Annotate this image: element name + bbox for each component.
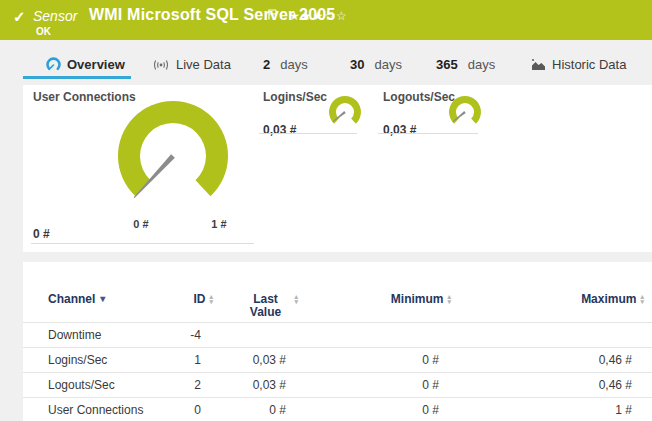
status-ok-check-icon: ✓: [13, 8, 26, 26]
divider: [378, 133, 478, 134]
tab-live-data[interactable]: Live Data: [152, 57, 231, 72]
cell-last-value: 0,03 #: [213, 378, 298, 392]
tab-overview-label: Overview: [67, 57, 125, 72]
table-row-user-connections[interactable]: User Connections 0 0 # 0 # 1 #: [23, 398, 652, 421]
column-header-last-value-label: Last Value: [240, 293, 290, 319]
channel-table-header: Channel ▾ ID ▴▾ Last Value ▴▾ Minimum ▴▾…: [23, 286, 652, 323]
column-header-channel-label: Channel: [48, 293, 95, 306]
table-row-downtime[interactable]: Downtime -4: [23, 323, 652, 348]
column-header-maximum-label: Maximum: [581, 293, 636, 306]
tab-365-days-number: 365: [436, 57, 458, 72]
cell-id: 0: [173, 403, 213, 417]
column-header-minimum[interactable]: Minimum ▴▾: [298, 286, 451, 322]
cell-minimum: 0 #: [298, 403, 451, 417]
primary-gauge-value: 0 #: [33, 227, 50, 241]
tab-historic-data[interactable]: Historic Data: [531, 57, 626, 72]
cell-minimum: 0 #: [298, 353, 451, 367]
tab-live-data-label: Live Data: [176, 57, 231, 72]
tab-2-days-unit: days: [280, 57, 307, 72]
primary-gauge-min-label: 0 #: [126, 218, 156, 230]
tab-365-days-unit: days: [468, 57, 495, 72]
stars-empty: ☆☆: [324, 9, 348, 23]
column-header-id[interactable]: ID ▴▾: [173, 286, 213, 322]
sensor-status-text: OK: [36, 26, 51, 37]
prtg-sensor-overview-page: { "header": { "check": "✓", "kind": "Sen…: [0, 0, 652, 421]
sensor-kind-label: Sensor: [33, 8, 77, 24]
column-header-minimum-label: Minimum: [391, 293, 444, 306]
column-header-last-value[interactable]: Last Value ▴▾: [213, 286, 298, 322]
sort-desc-icon: ▾: [100, 293, 105, 305]
column-header-channel[interactable]: Channel ▾: [48, 286, 173, 322]
cell-channel: Logouts/Sec: [48, 378, 173, 392]
cell-maximum: 0,46 #: [451, 378, 644, 392]
user-connections-gauge: [113, 96, 233, 216]
tab-2-days[interactable]: 2 days: [263, 57, 308, 72]
cell-channel: Logins/Sec: [48, 353, 173, 367]
sort-icon: ▴▾: [640, 294, 644, 304]
tab-30-days-number: 30: [350, 57, 364, 72]
column-header-id-label: ID: [193, 293, 205, 306]
stars-filled: ★★★: [289, 9, 324, 23]
column-header-maximum[interactable]: Maximum ▴▾: [451, 286, 644, 322]
table-row-logins-sec[interactable]: Logins/Sec 1 0,03 # 0 # 0,46 #: [23, 348, 652, 373]
tab-2-days-number: 2: [263, 57, 270, 72]
broadcast-icon: [152, 59, 170, 71]
logins-gauge-value: 0,03 #: [263, 123, 296, 137]
cell-maximum: 0,46 #: [451, 353, 644, 367]
tab-bar: Overview Live Data 2 days 30 days 365 da…: [0, 45, 652, 85]
cell-minimum: 0 #: [298, 378, 451, 392]
table-row-logouts-sec[interactable]: Logouts/Sec 2 0,03 # 0 # 0,46 #: [23, 373, 652, 398]
gauges-panel: User Connections 0 # 1 # 0 # Logins/Sec …: [23, 85, 652, 252]
channel-table-panel: Channel ▾ ID ▴▾ Last Value ▴▾ Minimum ▴▾…: [23, 262, 652, 421]
divider: [259, 133, 357, 134]
area-chart-icon: [531, 58, 546, 71]
divider: [31, 243, 254, 244]
active-tab-underline: [23, 76, 131, 79]
cell-id: -4: [173, 328, 213, 342]
cell-channel: User Connections: [48, 403, 173, 417]
cell-last-value: 0 #: [213, 403, 298, 417]
tab-historic-data-label: Historic Data: [552, 57, 626, 72]
priority-flag-icon: [268, 6, 277, 24]
cell-id: 1: [173, 353, 213, 367]
logouts-gauge-value: 0,03 #: [383, 123, 416, 137]
tab-30-days[interactable]: 30 days: [350, 57, 402, 72]
primary-gauge-max-label: 1 #: [204, 218, 234, 230]
cell-last-value: 0,03 #: [213, 353, 298, 367]
logins-gauge-title: Logins/Sec: [263, 90, 327, 104]
cell-id: 2: [173, 378, 213, 392]
logouts-per-sec-gauge: [447, 94, 483, 130]
tab-365-days[interactable]: 365 days: [436, 57, 495, 72]
logouts-gauge-title: Logouts/Sec: [383, 90, 455, 104]
sensor-status-header: ✓ Sensor OK WMI Microsoft SQL Server 200…: [0, 0, 652, 40]
gauge-icon: [46, 57, 61, 72]
tab-30-days-unit: days: [374, 57, 401, 72]
priority-stars[interactable]: ★★★☆☆: [289, 9, 348, 23]
tab-overview[interactable]: Overview: [46, 57, 125, 72]
cell-channel: Downtime: [48, 328, 173, 342]
logins-per-sec-gauge: [327, 94, 363, 130]
cell-maximum: 1 #: [451, 403, 644, 417]
